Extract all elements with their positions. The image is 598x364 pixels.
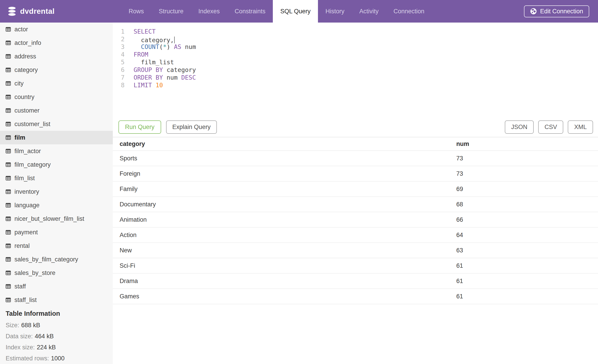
table-name-label: customer_list bbox=[15, 121, 50, 128]
tab-structure[interactable]: Structure bbox=[151, 0, 191, 23]
table-name-label: customer bbox=[15, 107, 40, 114]
sidebar-item-city[interactable]: city bbox=[0, 77, 113, 90]
table-row: Animation66 bbox=[113, 212, 598, 227]
results-table: categorynum Sports73Foreign73Family69Doc… bbox=[113, 137, 598, 304]
table-row: Documentary68 bbox=[113, 197, 598, 212]
table-icon bbox=[6, 68, 11, 72]
line-number: 1 bbox=[113, 28, 125, 35]
tab-sql-query[interactable]: SQL Query bbox=[273, 0, 318, 23]
sidebar-item-actor-info[interactable]: actor_info bbox=[0, 36, 113, 50]
code-content: ORDER BY num DESC bbox=[133, 74, 196, 81]
code-content: COUNT(*) AS num bbox=[133, 43, 196, 51]
table-row: Games61 bbox=[113, 289, 598, 304]
sidebar-item-actor[interactable]: actor bbox=[0, 23, 113, 36]
sidebar-item-customer[interactable]: customer bbox=[0, 104, 113, 117]
table-name-label: actor bbox=[15, 26, 28, 33]
table-icon bbox=[6, 135, 11, 140]
table-cell: Animation bbox=[113, 212, 449, 227]
tab-activity[interactable]: Activity bbox=[352, 0, 386, 23]
table-name-label: film_category bbox=[15, 161, 51, 168]
table-icon bbox=[6, 162, 11, 167]
table-cell: Documentary bbox=[113, 197, 449, 212]
sidebar-item-payment[interactable]: payment bbox=[0, 226, 113, 239]
sidebar-item-staff-list[interactable]: staff_list bbox=[0, 293, 113, 307]
code-line: 7ORDER BY num DESC bbox=[113, 74, 598, 81]
sidebar-item-language[interactable]: language bbox=[0, 198, 113, 212]
table-info-row: Index size:224 kB bbox=[6, 342, 107, 353]
sidebar-item-inventory[interactable]: inventory bbox=[0, 185, 113, 198]
table-cell: 61 bbox=[449, 258, 598, 273]
sidebar-item-country[interactable]: country bbox=[0, 90, 113, 104]
table-name-label: rental bbox=[15, 243, 30, 250]
sidebar-item-rental[interactable]: rental bbox=[0, 239, 113, 253]
info-label: Size: bbox=[6, 322, 19, 329]
sidebar-item-film-actor[interactable]: film_actor bbox=[0, 144, 113, 158]
table-cell: 73 bbox=[449, 166, 598, 181]
table-icon bbox=[6, 27, 11, 32]
table-icon bbox=[6, 108, 11, 113]
run-query-button[interactable]: Run Query bbox=[118, 121, 161, 134]
tab-indexes[interactable]: Indexes bbox=[191, 0, 227, 23]
sidebar-item-address[interactable]: address bbox=[0, 50, 113, 63]
text-caret bbox=[174, 37, 175, 43]
sidebar-item-sales-by-film-category[interactable]: sales_by_film_category bbox=[0, 253, 113, 266]
globe-icon bbox=[530, 8, 537, 15]
table-name-label: country bbox=[15, 94, 34, 101]
table-cell: Games bbox=[113, 289, 449, 304]
table-icon bbox=[6, 81, 11, 86]
sidebar-item-film-category[interactable]: film_category bbox=[0, 158, 113, 171]
export-buttons: JSONCSVXML bbox=[505, 121, 593, 134]
table-name-label: language bbox=[15, 202, 40, 209]
table-row: Drama61 bbox=[113, 273, 598, 289]
sidebar: actor actor_info address category city c… bbox=[0, 23, 113, 364]
line-number: 5 bbox=[113, 58, 125, 66]
table-name-label: film bbox=[15, 134, 25, 141]
sidebar-item-film[interactable]: film bbox=[0, 131, 113, 144]
table-name-label: city bbox=[15, 80, 24, 87]
code-content: GROUP BY category bbox=[133, 66, 196, 74]
table-cell: New bbox=[113, 243, 449, 258]
query-actions: Run Query Explain Query JSONCSVXML bbox=[113, 121, 598, 134]
sidebar-item-customer-list[interactable]: customer_list bbox=[0, 117, 113, 131]
export-csv-button[interactable]: CSV bbox=[538, 121, 564, 134]
tab-constraints[interactable]: Constraints bbox=[227, 0, 273, 23]
sidebar-item-nicer-but-slower-film-list[interactable]: nicer_but_slower_film_list bbox=[0, 212, 113, 226]
edit-connection-button[interactable]: Edit Connection bbox=[524, 5, 589, 17]
table-icon bbox=[6, 40, 11, 45]
line-number: 8 bbox=[113, 81, 125, 89]
sidebar-item-category[interactable]: category bbox=[0, 63, 113, 77]
table-cell: Drama bbox=[113, 273, 449, 289]
tab-connection[interactable]: Connection bbox=[386, 0, 432, 23]
explain-query-button[interactable]: Explain Query bbox=[166, 121, 217, 134]
table-cell: Foreign bbox=[113, 166, 449, 181]
edit-connection-label: Edit Connection bbox=[540, 8, 583, 15]
table-icon bbox=[6, 203, 11, 208]
results-body: Sports73Foreign73Family69Documentary68An… bbox=[113, 151, 598, 304]
table-cell: Action bbox=[113, 227, 449, 243]
table-icon bbox=[6, 217, 11, 221]
tab-history[interactable]: History bbox=[318, 0, 352, 23]
export-json-button[interactable]: JSON bbox=[505, 121, 534, 134]
page-layout: actor actor_info address category city c… bbox=[0, 23, 598, 364]
column-header-category: category bbox=[113, 137, 449, 151]
table-row: Sports73 bbox=[113, 151, 598, 166]
table-info-row: Size:688 kB bbox=[6, 320, 107, 331]
code-content: SELECT bbox=[133, 28, 156, 35]
tab-rows[interactable]: Rows bbox=[121, 0, 151, 23]
top-navbar: dvdrental RowsStructureIndexesConstraint… bbox=[0, 0, 598, 23]
table-name-label: nicer_but_slower_film_list bbox=[15, 215, 84, 222]
table-name-label: payment bbox=[15, 229, 38, 236]
table-row: New63 bbox=[113, 243, 598, 258]
table-row: Family69 bbox=[113, 181, 598, 197]
table-cell: 68 bbox=[449, 197, 598, 212]
code-line: 6GROUP BY category bbox=[113, 66, 598, 74]
sidebar-item-film-list[interactable]: film_list bbox=[0, 171, 113, 185]
export-xml-button[interactable]: XML bbox=[568, 121, 593, 134]
sql-editor[interactable]: 1SELECT2 category,3 COUNT(*) AS num4FROM… bbox=[113, 23, 598, 117]
sidebar-item-sales-by-store[interactable]: sales_by_store bbox=[0, 266, 113, 280]
sidebar-item-staff[interactable]: staff bbox=[0, 280, 113, 293]
results-header-row: categorynum bbox=[113, 137, 598, 151]
table-name-label: film_list bbox=[15, 175, 35, 182]
database-name: dvdrental bbox=[20, 7, 55, 16]
table-name-label: film_actor bbox=[15, 148, 41, 155]
